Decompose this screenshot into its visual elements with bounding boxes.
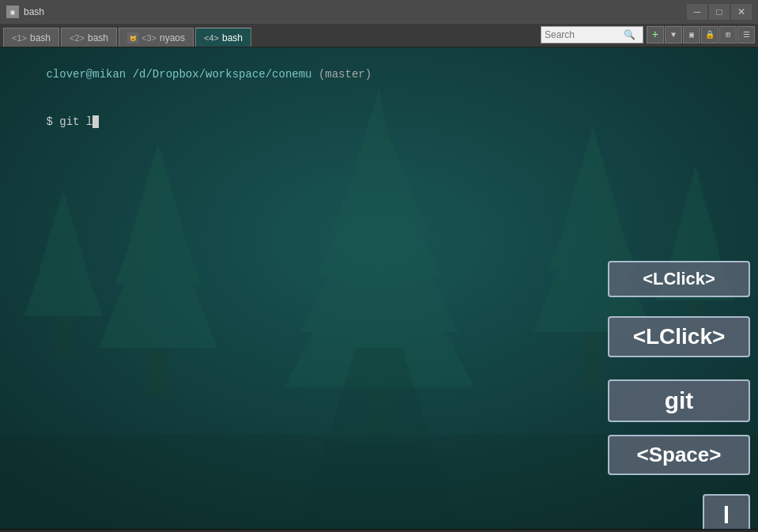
command-text: git l [59, 115, 92, 128]
app-icon: ▣ [6, 6, 19, 18]
tab-2-number: <2> [70, 33, 85, 43]
tab-2[interactable]: <2> bash [61, 28, 117, 47]
command-line[interactable]: $ git l [6, 98, 752, 145]
close-button[interactable]: ✕ [731, 4, 752, 20]
search-input[interactable] [545, 29, 624, 40]
view1-icon[interactable]: ▣ [683, 26, 700, 43]
key-label-l: l [703, 494, 750, 529]
svg-text:🐱: 🐱 [130, 35, 137, 42]
tab-2-label: bash [88, 32, 108, 43]
tab-4-label: bash [222, 32, 243, 43]
tab-4[interactable]: <4> bash [195, 28, 251, 47]
search-box[interactable]: 🔍 [541, 26, 643, 43]
tab-4-number: <4> [204, 33, 219, 43]
window-controls: ─ □ ✕ [687, 4, 752, 20]
key-label-lclick-2: <LClick> [608, 316, 750, 357]
minimize-button[interactable]: ─ [687, 4, 707, 20]
lock-icon[interactable]: 🔒 [701, 26, 718, 43]
tab-bar-right: 🔍 + ▼ ▣ 🔒 ⊞ ☰ [541, 26, 755, 43]
tab-1-number: <1> [12, 33, 27, 43]
tab-1-label: bash [30, 32, 51, 43]
prompt-path: /d/Dropbox/workspace/conemu [126, 68, 311, 81]
tab-1[interactable]: <1> bash [3, 28, 59, 47]
nyaos-icon: 🐱 [127, 32, 138, 43]
terminal-area[interactable]: clover@mikan /d/Dropbox/workspace/conemu… [0, 47, 758, 529]
svg-text:▣: ▣ [11, 9, 15, 16]
key-label-git: git [608, 379, 750, 422]
menu-icon[interactable]: ☰ [737, 26, 755, 43]
view2-icon[interactable]: ⊞ [719, 26, 737, 43]
dropdown-icon[interactable]: ▼ [665, 26, 682, 43]
tab-3[interactable]: 🐱 <3> nyaos [119, 28, 194, 47]
tab-3-number: <3> [141, 33, 157, 43]
title-bar-left: ▣ bash [6, 6, 44, 18]
search-glass-icon: 🔍 [624, 29, 635, 41]
add-icon[interactable]: + [647, 26, 664, 43]
status-bar: bash.exe*[64]:8740 « 161206[64] 4/4 [+] … [0, 529, 758, 532]
prompt-branch: (master) [312, 68, 372, 81]
cursor [92, 115, 99, 128]
toolbar-icons: + ▼ ▣ 🔒 ⊞ ☰ [647, 26, 755, 43]
prompt-dollar: $ [46, 115, 59, 128]
prompt-line: clover@mikan /d/Dropbox/workspace/conemu… [6, 51, 752, 98]
prompt-user: clover@mikan [46, 68, 126, 81]
key-label-space: <Space> [608, 435, 750, 475]
key-label-lclick-1: <LClick> [608, 261, 750, 297]
maximize-button[interactable]: □ [709, 4, 730, 20]
title-text: bash [24, 6, 44, 17]
tab-3-label: nyaos [160, 32, 185, 43]
title-bar: ▣ bash ─ □ ✕ [0, 0, 758, 24]
tab-bar: <1> bash <2> bash 🐱 <3> nyaos <4> bash 🔍… [0, 24, 758, 47]
